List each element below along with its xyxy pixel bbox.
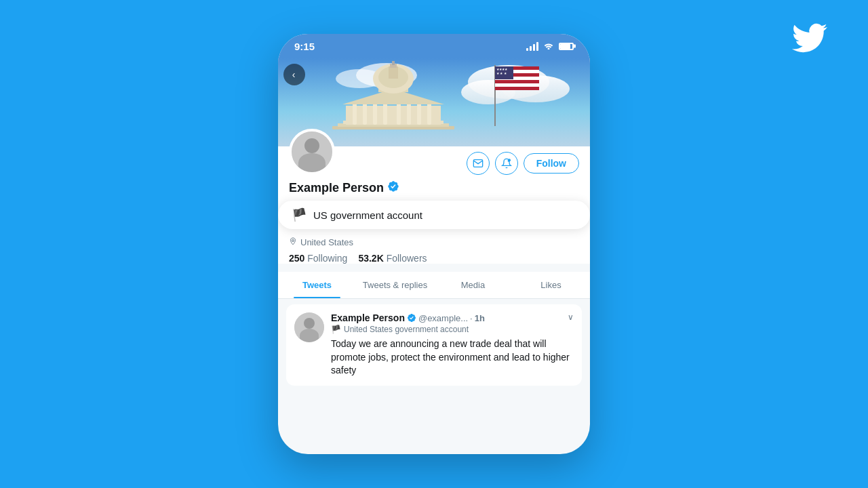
tweet-text: Today we are announcing a new trade deal… — [331, 338, 574, 378]
stats-row: 250 Following 53.2K Followers — [289, 253, 579, 264]
tweet-author-row: Example Person @example... · 1h — [331, 312, 485, 323]
action-buttons: + Follow — [467, 152, 579, 175]
location-icon — [289, 237, 297, 247]
twitter-logo — [792, 20, 827, 64]
signal-icon — [526, 41, 538, 51]
svg-text:+: + — [508, 159, 509, 162]
avatar — [289, 129, 335, 175]
flag-icon: 🏴 — [292, 207, 307, 222]
verified-badge — [387, 180, 399, 195]
followers-count: 53.2K — [358, 253, 383, 264]
following-stat[interactable]: 250 Following — [289, 253, 347, 264]
tab-likes[interactable]: Likes — [512, 272, 590, 298]
tab-tweets[interactable]: Tweets — [278, 272, 356, 298]
svg-rect-22 — [389, 66, 398, 79]
svg-rect-17 — [427, 102, 431, 125]
svg-rect-24 — [392, 61, 395, 65]
profile-name: Example Person — [289, 180, 579, 195]
tab-tweets-replies[interactable]: Tweets & replies — [356, 272, 434, 298]
tweet-avatar — [294, 312, 324, 342]
tweets-section: Example Person @example... · 1h ∨ 🏴 Un — [278, 299, 590, 391]
svg-rect-11 — [363, 102, 367, 125]
follow-button[interactable]: Follow — [524, 153, 579, 174]
svg-rect-14 — [397, 102, 401, 125]
following-count: 250 — [289, 253, 304, 264]
svg-rect-9 — [346, 106, 441, 125]
status-icons — [526, 41, 574, 52]
tweet-chevron-down-icon[interactable]: ∨ — [568, 312, 574, 322]
followers-stat[interactable]: 53.2K Followers — [358, 253, 427, 264]
tweet-time: 1h — [475, 313, 485, 323]
avatar-action-row: + Follow — [289, 146, 579, 180]
svg-point-39 — [292, 240, 294, 242]
gov-badge-text: US government account — [313, 209, 422, 221]
svg-rect-32 — [495, 87, 539, 90]
svg-text:★★★★: ★★★★ — [496, 67, 508, 71]
tweet-author-info: Example Person @example... · 1h — [331, 312, 485, 323]
phone-frame: 9:15 — [278, 34, 590, 454]
tweet-flag-icon: 🏴 — [331, 325, 341, 334]
wifi-icon — [543, 41, 554, 52]
status-bar: 9:15 — [278, 34, 590, 58]
following-label: Following — [307, 253, 347, 264]
svg-rect-15 — [407, 102, 411, 125]
svg-rect-13 — [383, 102, 387, 125]
back-button[interactable]: ‹ — [283, 64, 305, 85]
tweet-author-name: Example Person — [331, 312, 405, 323]
battery-icon — [559, 43, 574, 50]
tweet-content: Example Person @example... · 1h ∨ 🏴 Un — [331, 312, 574, 378]
tab-media[interactable]: Media — [434, 272, 512, 298]
notify-button[interactable]: + — [495, 152, 518, 175]
followers-label: Followers — [387, 253, 427, 264]
tweet-handle: @example... — [418, 313, 468, 323]
back-chevron-icon: ‹ — [292, 69, 296, 80]
display-name: Example Person — [289, 181, 384, 195]
svg-rect-16 — [417, 102, 421, 125]
message-button[interactable] — [467, 152, 490, 175]
tweet-separator: · — [470, 313, 473, 323]
profile-tabs: Tweets Tweets & replies Media Likes — [278, 272, 590, 299]
tweet-gov-text: United States government account — [344, 325, 469, 334]
tweet-gov-label: 🏴 United States government account — [331, 325, 574, 334]
svg-rect-30 — [495, 80, 539, 83]
profile-section: + Follow Example Person 🏴 US government … — [278, 146, 590, 264]
status-time: 9:15 — [294, 41, 315, 52]
svg-text:★ ★ ★: ★ ★ ★ — [496, 71, 507, 75]
gov-badge: 🏴 US government account — [278, 201, 590, 229]
svg-rect-10 — [353, 102, 357, 125]
svg-rect-12 — [373, 102, 377, 125]
tweet-header: Example Person @example... · 1h ∨ — [331, 312, 574, 323]
location-row: United States — [289, 237, 579, 247]
tweet-card: Example Person @example... · 1h ∨ 🏴 Un — [286, 304, 582, 386]
svg-rect-31 — [495, 83, 539, 87]
location-text: United States — [300, 237, 353, 247]
